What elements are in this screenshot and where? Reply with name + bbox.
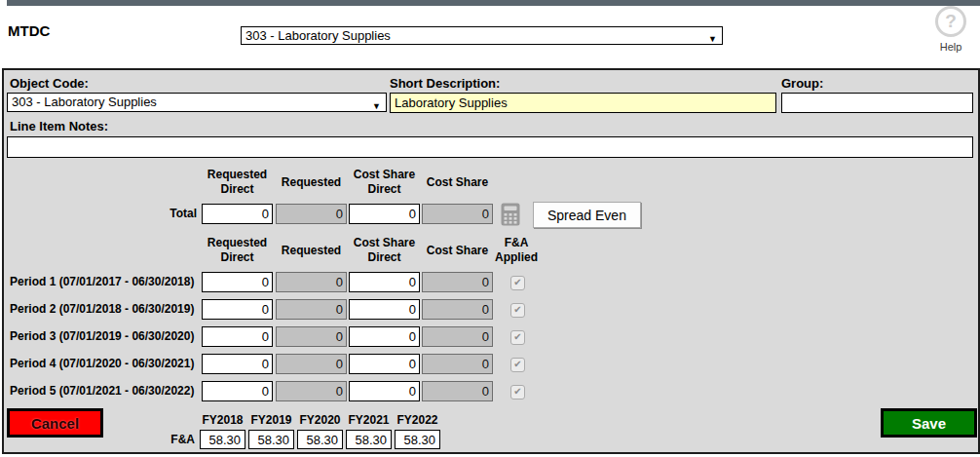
- period-cost-share-direct-input[interactable]: [349, 299, 420, 320]
- col-requested-direct: Requested Direct: [202, 168, 273, 197]
- object-code-label: Object Code:: [10, 76, 89, 91]
- period-label: Period 1 (07/01/2017 - 06/30/2018): [10, 272, 194, 292]
- period-row: Period 3 (07/01/2019 - 06/30/2020) ✔: [4, 326, 978, 348]
- line-item-notes-input[interactable]: [7, 136, 973, 158]
- fa-rate-input[interactable]: [248, 430, 294, 449]
- line-item-category-value: 303 - Laboratory Supplies: [245, 28, 391, 43]
- period-requested-direct-input[interactable]: [202, 354, 273, 374]
- col-requested: Requested: [276, 236, 347, 265]
- fa-applied-checkbox: ✔: [510, 358, 525, 372]
- period-row: Period 1 (07/01/2017 - 06/30/2018) ✔: [4, 272, 978, 293]
- period-requested-direct-input[interactable]: [202, 326, 273, 347]
- period-label: Period 5 (07/01/2021 - 06/30/2022): [10, 381, 194, 401]
- group-label: Group:: [781, 76, 823, 91]
- total-requested-input: [276, 204, 347, 224]
- group-input[interactable]: [781, 93, 973, 113]
- period-requested-input: [276, 299, 347, 320]
- fa-applied-checkbox: ✔: [510, 303, 525, 318]
- period-cost-share-input: [422, 299, 493, 320]
- top-divider-bar: [7, 0, 980, 6]
- fa-rate-input[interactable]: [346, 430, 392, 449]
- line-item-category-dropdown[interactable]: 303 - Laboratory Supplies ▼: [241, 26, 723, 45]
- fa-rate-input[interactable]: [395, 430, 440, 449]
- chevron-down-icon: ▼: [372, 97, 381, 115]
- calculator-button[interactable]: [501, 203, 520, 226]
- period-label: Period 3 (07/01/2019 - 06/30/2020): [10, 326, 194, 347]
- help-button[interactable]: ? Help: [928, 6, 973, 53]
- total-cost-share-input: [422, 204, 493, 224]
- help-label: Help: [928, 41, 973, 53]
- period-cost-share-input: [422, 381, 493, 401]
- total-label: Total: [168, 204, 197, 224]
- period-requested-input: [276, 326, 347, 347]
- fy-column-header: FY2022: [395, 413, 440, 427]
- total-cost-share-direct-input[interactable]: [349, 204, 420, 224]
- period-requested-input: [276, 354, 347, 374]
- save-button[interactable]: Save: [881, 408, 977, 438]
- fy-column-header: FY2019: [248, 413, 294, 427]
- fa-rate-label: F&A: [158, 430, 195, 449]
- chevron-down-icon: ▼: [708, 31, 717, 48]
- help-icon[interactable]: ?: [935, 6, 966, 37]
- fa-applied-checkbox: ✔: [510, 330, 525, 345]
- fa-rate-input[interactable]: [297, 430, 343, 449]
- period-requested-direct-input[interactable]: [202, 381, 273, 401]
- periods-header-row: Requested Direct Requested Cost Share Di…: [4, 236, 978, 265]
- line-item-notes-label: Line Item Notes:: [10, 119, 108, 133]
- period-cost-share-direct-input[interactable]: [349, 381, 420, 401]
- col-cost-share-direct: Cost Share Direct: [349, 168, 420, 197]
- period-cost-share-input: [422, 354, 493, 374]
- fa-applied-checkbox: ✔: [510, 276, 525, 290]
- short-description-input[interactable]: [390, 93, 776, 113]
- spread-even-button[interactable]: Spread Even: [533, 202, 641, 228]
- fy-column-header: FY2018: [200, 413, 245, 427]
- total-requested-direct-input[interactable]: [202, 204, 273, 224]
- period-cost-share-direct-input[interactable]: [349, 326, 420, 347]
- period-requested-input: [276, 381, 347, 401]
- page-title: MTDC: [8, 22, 50, 39]
- period-label: Period 2 (07/01/2018 - 06/30/2019): [10, 299, 194, 320]
- cancel-button[interactable]: Cancel: [7, 408, 103, 438]
- fy-column-header: FY2020: [297, 413, 343, 427]
- fa-rate-input[interactable]: [200, 430, 245, 449]
- col-cost-share: Cost Share: [422, 168, 493, 197]
- period-row: Period 4 (07/01/2020 - 06/30/2021) ✔: [4, 354, 978, 375]
- fa-applied-checkbox: ✔: [510, 385, 525, 400]
- object-code-dropdown[interactable]: 303 - Laboratory Supplies ▼: [7, 93, 387, 112]
- period-row: Period 2 (07/01/2018 - 06/30/2019) ✔: [4, 299, 978, 321]
- short-description-label: Short Description:: [390, 76, 500, 91]
- col-requested: Requested: [276, 168, 347, 197]
- period-requested-direct-input[interactable]: [202, 272, 273, 292]
- period-row: Period 5 (07/01/2021 - 06/30/2022) ✔: [4, 381, 978, 402]
- fy-column-header: FY2021: [346, 413, 392, 427]
- period-cost-share-direct-input[interactable]: [349, 272, 420, 292]
- col-fa-applied: F&A Applied: [485, 236, 547, 265]
- period-label: Period 4 (07/01/2020 - 06/30/2021): [10, 354, 194, 374]
- period-cost-share-direct-input[interactable]: [349, 354, 420, 374]
- period-cost-share-input: [422, 272, 493, 292]
- calculator-icon: [501, 203, 520, 226]
- object-code-value: 303 - Laboratory Supplies: [12, 95, 157, 109]
- period-requested-input: [276, 272, 347, 292]
- period-requested-direct-input[interactable]: [202, 299, 273, 320]
- total-row: Total: [4, 204, 978, 225]
- col-cost-share-direct: Cost Share Direct: [349, 236, 420, 265]
- budget-line-item-form: Object Code: Short Description: Group: 3…: [2, 68, 980, 454]
- col-cost-share: Cost Share: [422, 236, 493, 265]
- totals-header-row: Requested Direct Requested Cost Share Di…: [4, 168, 978, 197]
- col-requested-direct: Requested Direct: [202, 236, 273, 265]
- period-cost-share-input: [422, 326, 493, 347]
